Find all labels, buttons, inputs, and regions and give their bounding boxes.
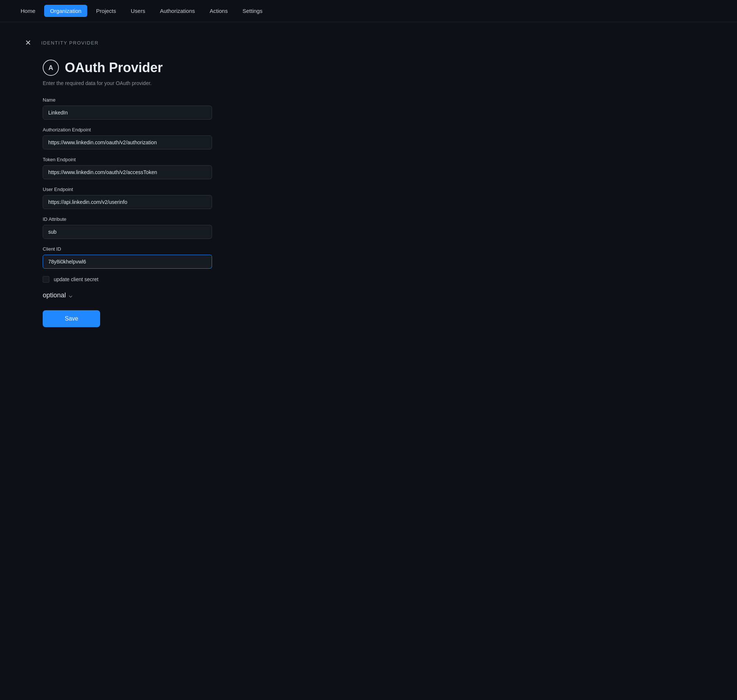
provider-subtitle: Enter the required data for your OAuth p…	[43, 80, 715, 86]
update-client-secret-checkbox[interactable]	[43, 276, 49, 283]
update-client-secret-label: update client secret	[54, 276, 98, 282]
chevron-down-icon: ⌵	[69, 292, 72, 299]
name-label: Name	[43, 97, 212, 103]
user-endpoint-label: User Endpoint	[43, 187, 212, 192]
save-button[interactable]: Save	[43, 310, 100, 327]
save-button-container: Save	[43, 310, 212, 327]
token-endpoint-input[interactable]	[43, 165, 212, 179]
close-section: ✕ IDENTITY PROVIDER	[22, 37, 715, 49]
name-group: Name	[43, 97, 212, 120]
nav-users[interactable]: Users	[125, 5, 151, 17]
provider-icon: A	[43, 60, 59, 76]
navigation: Home Organization Projects Users Authori…	[0, 0, 737, 22]
nav-organization[interactable]: Organization	[44, 5, 87, 17]
checkbox-row: update client secret	[43, 276, 212, 283]
auth-endpoint-input[interactable]	[43, 135, 212, 149]
name-input[interactable]	[43, 106, 212, 120]
auth-endpoint-label: Authorization Endpoint	[43, 127, 212, 132]
nav-home[interactable]: Home	[15, 5, 41, 17]
auth-endpoint-group: Authorization Endpoint	[43, 127, 212, 149]
optional-label: optional	[43, 291, 66, 299]
main-content: ✕ IDENTITY PROVIDER A OAuth Provider Ent…	[0, 22, 737, 342]
client-id-input[interactable]	[43, 255, 212, 269]
client-id-group: Client ID	[43, 246, 212, 269]
token-endpoint-group: Token Endpoint	[43, 157, 212, 179]
nav-actions[interactable]: Actions	[204, 5, 234, 17]
id-attribute-input[interactable]	[43, 225, 212, 239]
nav-authorizations[interactable]: Authorizations	[154, 5, 201, 17]
token-endpoint-label: Token Endpoint	[43, 157, 212, 162]
nav-settings[interactable]: Settings	[237, 5, 268, 17]
client-id-label: Client ID	[43, 246, 212, 252]
section-label: IDENTITY PROVIDER	[41, 40, 99, 46]
form-container: Name Authorization Endpoint Token Endpoi…	[43, 97, 212, 327]
id-attribute-label: ID Attribute	[43, 216, 212, 222]
optional-dropdown[interactable]: optional ⌵	[43, 291, 72, 299]
nav-projects[interactable]: Projects	[90, 5, 122, 17]
user-endpoint-input[interactable]	[43, 195, 212, 209]
close-button[interactable]: ✕	[22, 37, 34, 49]
id-attribute-group: ID Attribute	[43, 216, 212, 239]
user-endpoint-group: User Endpoint	[43, 187, 212, 209]
provider-title: OAuth Provider	[65, 60, 163, 75]
provider-header: A OAuth Provider	[43, 60, 715, 76]
